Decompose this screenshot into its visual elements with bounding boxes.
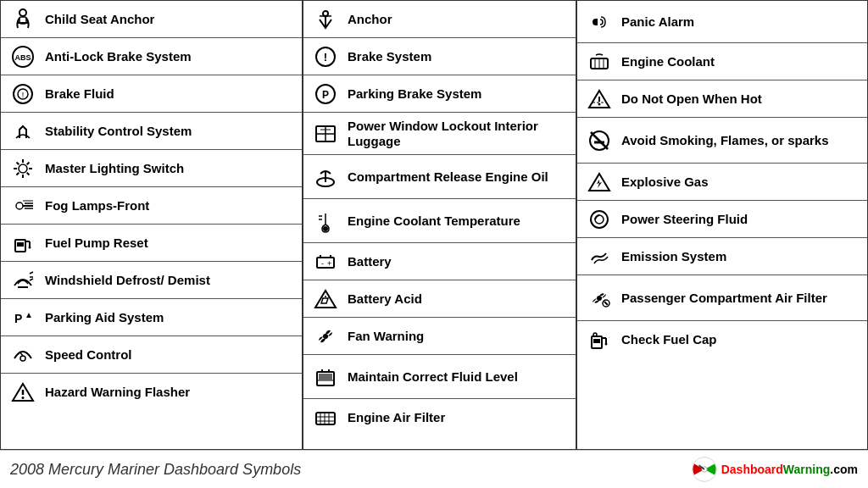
- panic-alarm-label: Panic Alarm: [618, 14, 864, 30]
- table-row: P▲ Parking Aid System: [1, 299, 302, 336]
- svg-point-87: [593, 333, 597, 336]
- table-row: Master Lighting Switch: [1, 150, 302, 187]
- svg-point-55: [323, 334, 328, 339]
- table-row: Compartment Release Engine Oil: [303, 155, 576, 199]
- page-footer: 2008 Mercury Mariner Dashboard Symbols D…: [0, 450, 868, 488]
- engine-air-filter-icon: [307, 406, 344, 430]
- table-row: P Parking Brake System: [303, 75, 576, 113]
- engine-air-label: Engine Air Filter: [344, 410, 572, 425]
- column-3: Panic Alarm Engine Coolant Do Not Open W…: [577, 1, 867, 449]
- parking-brake-label: Parking Brake System: [344, 86, 572, 102]
- check-fuel-cap-label: Check Fuel Cap: [618, 332, 864, 347]
- svg-point-33: [323, 11, 328, 16]
- fog-label: Fog Lamps-Front: [42, 198, 298, 214]
- table-row: Fuel Pump Reset: [1, 225, 302, 262]
- stability-label: Stability Control System: [42, 124, 298, 139]
- table-row: Maintain Correct Fluid Level: [303, 355, 576, 399]
- logo-gauge-icon: [691, 456, 718, 483]
- svg-text:!: !: [324, 51, 327, 64]
- svg-point-16: [16, 202, 23, 209]
- compartment-label: Compartment Release Engine Oil: [344, 169, 572, 185]
- panic-alarm-icon: [581, 10, 618, 34]
- power-window-icon: [307, 122, 344, 146]
- hazard-icon: [4, 380, 42, 404]
- windshield-label: Windshield Defrost/ Demist: [42, 273, 298, 288]
- table-row: Passenger Compartment Air Filter: [577, 275, 867, 321]
- svg-line-14: [27, 162, 30, 164]
- battery-label: Battery: [344, 254, 572, 269]
- svg-point-32: [22, 396, 25, 399]
- abs-icon: ABS: [4, 45, 42, 69]
- abs-label: Anti-Lock Brake System: [42, 49, 298, 64]
- table-row: Stability Control System: [1, 113, 302, 150]
- svg-rect-83: [593, 339, 600, 343]
- column-2: Anchor ! Brake System P Parking Brake Sy…: [303, 1, 577, 449]
- battery-icon: -+: [307, 250, 344, 274]
- lighting-label: Master Lighting Switch: [42, 161, 298, 176]
- child-seat-anchor-icon: [4, 8, 42, 31]
- svg-point-72: [598, 103, 601, 105]
- table-row: Explosive Gas: [577, 164, 867, 201]
- anchor-icon: [307, 8, 344, 31]
- table-row: Engine Air Filter: [303, 399, 576, 436]
- no-smoking-label: Avoid Smoking, Flames, or sparks: [618, 133, 864, 148]
- emission-icon: [581, 245, 618, 269]
- table-row: Hazard Warning Flasher: [1, 374, 302, 411]
- fan-warning-icon: [307, 324, 344, 348]
- power-steering-icon: [581, 208, 618, 231]
- footer-logo: DashboardWarning.com: [691, 456, 858, 483]
- svg-line-13: [27, 172, 30, 175]
- stability-icon: [4, 119, 42, 143]
- symbols-table: Child Seat Anchor ABS Anti-Lock Brake Sy…: [0, 0, 868, 450]
- svg-text:P: P: [322, 89, 329, 101]
- fuel-pump-label: Fuel Pump Reset: [42, 236, 298, 251]
- air-filter-icon: [581, 286, 618, 310]
- footer-logo-text: DashboardWarning.com: [721, 463, 858, 476]
- svg-point-7: [19, 164, 27, 173]
- svg-text:-: -: [321, 259, 324, 268]
- child-seat-anchor-label: Child Seat Anchor: [42, 12, 298, 27]
- svg-rect-22: [17, 242, 24, 247]
- parking-aid-label: Parking Aid System: [42, 310, 298, 325]
- svg-point-77: [591, 211, 608, 228]
- svg-line-12: [17, 162, 19, 164]
- coolant-temp-icon: [307, 209, 344, 233]
- do-not-open-label: Do Not Open When Hot: [618, 92, 864, 107]
- air-filter-label: Passenger Compartment Air Filter: [618, 291, 864, 306]
- battery-acid-label: Battery Acid: [344, 291, 572, 307]
- fluid-level-icon: [307, 365, 344, 389]
- svg-line-15: [17, 172, 19, 175]
- speed-control-label: Speed Control: [42, 347, 298, 363]
- hazard-label: Hazard Warning Flasher: [42, 385, 298, 400]
- svg-point-79: [597, 296, 602, 301]
- brake-system-icon: !: [307, 45, 344, 69]
- engine-coolant-icon: [581, 50, 618, 74]
- fuel-pump-icon: [4, 231, 42, 255]
- table-row: Emission System: [577, 238, 867, 275]
- brake-fluid-icon: !: [4, 82, 42, 106]
- table-row: Avoid Smoking, Flames, or sparks: [577, 118, 867, 164]
- svg-text:▲: ▲: [25, 310, 33, 319]
- table-row: Windshield Defrost/ Demist: [1, 262, 302, 299]
- fan-warning-label: Fan Warning: [344, 329, 572, 344]
- svg-point-25: [29, 246, 31, 248]
- svg-text:ABS: ABS: [14, 53, 31, 62]
- table-row: Panic Alarm: [577, 1, 867, 43]
- svg-line-75: [591, 132, 608, 149]
- compartment-icon: [307, 165, 344, 189]
- do-not-open-icon: [581, 87, 618, 111]
- table-row: Engine Coolant Temperature: [303, 199, 576, 243]
- no-smoking-icon: [581, 129, 618, 152]
- table-row: Child Seat Anchor: [1, 1, 302, 38]
- svg-point-0: [19, 9, 26, 16]
- parking-aid-icon: P▲: [4, 306, 42, 330]
- svg-rect-61: [316, 413, 335, 424]
- table-row: Fog Lamps-Front: [1, 187, 302, 225]
- table-row: ABS Anti-Lock Brake System: [1, 38, 302, 75]
- explosive-gas-label: Explosive Gas: [618, 175, 864, 190]
- table-row: Check Fuel Cap: [577, 321, 867, 358]
- power-window-label: Power Window Lockout Interior Luggage: [344, 119, 572, 149]
- lighting-icon: [4, 157, 42, 180]
- battery-acid-icon: [307, 287, 344, 311]
- brake-fluid-label: Brake Fluid: [42, 86, 298, 102]
